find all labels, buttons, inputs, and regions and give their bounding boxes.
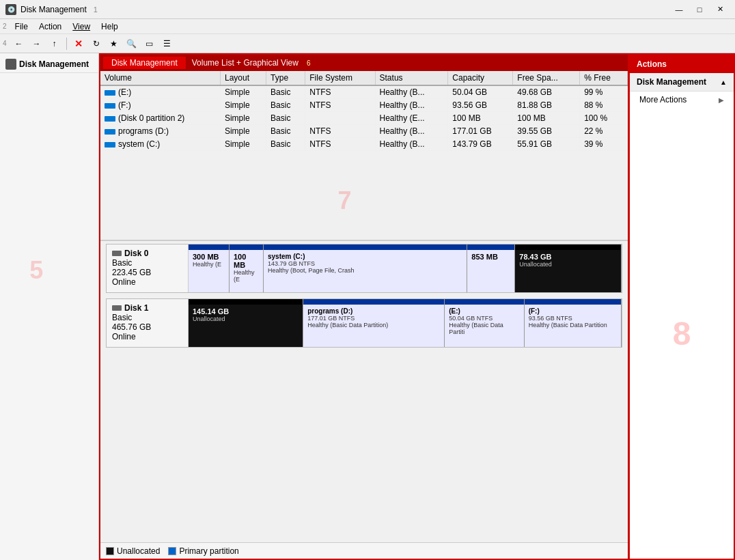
chevron-up-icon: ▲ <box>720 79 727 86</box>
legend-unallocated-label: Unallocated <box>117 546 160 556</box>
table-row[interactable]: (F:)SimpleBasicNTFSHealthy (B...93.56 GB… <box>100 99 628 112</box>
sidebar-title: Disk Management <box>19 59 89 69</box>
arrow-right-icon: ▶ <box>719 96 724 104</box>
area-number-8: 8 <box>673 315 691 352</box>
toolbar-view2[interactable]: ☰ <box>159 36 176 51</box>
actions-section-header[interactable]: Disk Management ▲ <box>630 73 734 92</box>
toolbar-search[interactable]: 🔍 <box>124 36 140 51</box>
close-button[interactable]: ✕ <box>710 3 730 16</box>
disk1-part3[interactable]: (E:) 50.04 GB NTFS Healthy (Basic Data P… <box>445 299 524 347</box>
menu-number: 2 <box>3 23 7 30</box>
sidebar-disk-icon <box>5 59 16 70</box>
menu-help[interactable]: Help <box>96 20 124 33</box>
table-row[interactable]: programs (D:)SimpleBasicNTFSHealthy (B..… <box>100 125 628 138</box>
volume-icon <box>105 129 115 135</box>
disk0-type: Basic <box>112 258 182 268</box>
legend-unallocated-box <box>106 547 114 555</box>
actions-header: Actions <box>630 55 734 73</box>
main-layout: 5 Disk Management Disk Management Volume… <box>0 53 735 560</box>
toolbar-number: 4 <box>3 40 7 47</box>
menu-action[interactable]: Action <box>33 20 67 33</box>
toolbar-forward[interactable]: → <box>29 36 45 51</box>
disk0-part2[interactable]: 100 MB Healthy (E <box>230 244 264 292</box>
toolbar-up[interactable]: ↑ <box>46 36 63 51</box>
disk1-partitions: 145.14 GB Unallocated programs (D:) 177.… <box>189 299 622 347</box>
disk1-name: Disk 1 <box>112 303 182 313</box>
disk0-status: Online <box>112 277 182 287</box>
disk0-part4[interactable]: 853 MB <box>467 244 515 292</box>
table-row[interactable]: (Disk 0 partition 2)SimpleBasicHealthy (… <box>100 112 628 125</box>
col-type: Type <box>266 71 305 85</box>
disk1-status: Online <box>112 332 182 341</box>
disk0-part5-unalloc[interactable]: 78.43 GB Unallocated <box>515 244 622 292</box>
toolbar: 4 ← → ↑ ✕ ↻ ★ 🔍 ▭ ☰ <box>0 34 735 53</box>
disk0-part1[interactable]: 300 MB Healthy (E <box>189 244 230 292</box>
disk1-size: 465.76 GB <box>112 322 182 332</box>
tab-number: 6 <box>307 59 311 67</box>
legend-primary-box <box>168 547 176 555</box>
volume-table: Volume Layout Type File System Status Ca… <box>100 71 628 151</box>
legend-primary: Primary partition <box>168 546 238 556</box>
volume-icon <box>105 116 115 122</box>
content-area: Disk Management Volume List + Graphical … <box>99 53 629 560</box>
disk0-name: Disk 0 <box>112 249 182 258</box>
minimize-button[interactable]: — <box>669 3 689 16</box>
volume-icon <box>105 90 115 96</box>
actions-section: Disk Management ▲ More Actions ▶ <box>630 73 734 108</box>
actions-section-label: Disk Management <box>637 77 706 87</box>
menu-file[interactable]: File <box>10 20 33 33</box>
disk1-row: Disk 1 Basic 465.76 GB Online 145.14 GB … <box>106 298 622 348</box>
col-status: Status <box>375 71 448 85</box>
volume-list: Volume Layout Type File System Status Ca… <box>100 71 628 241</box>
legend-primary-label: Primary partition <box>179 546 238 556</box>
table-row[interactable]: (E:)SimpleBasicNTFSHealthy (B...50.04 GB… <box>100 85 628 99</box>
disk0-part3[interactable]: system (C:) 143.79 GB NTFS Healthy (Boot… <box>264 244 467 292</box>
title-bar: 💿 Disk Management 1 — □ ✕ <box>0 0 735 19</box>
col-capacity: Capacity <box>448 71 513 85</box>
actions-empty-area: 8 <box>630 108 734 559</box>
disk1-info: Disk 1 Basic 465.76 GB Online <box>107 299 189 347</box>
table-row[interactable]: system (C:)SimpleBasicNTFSHealthy (B...1… <box>100 138 628 151</box>
area-number-7: 7 <box>337 186 351 215</box>
menu-bar: 2 File Action View Help <box>0 19 735 34</box>
actions-panel: Actions Disk Management ▲ More Actions ▶… <box>629 53 735 560</box>
volume-icon <box>105 103 115 109</box>
menu-view[interactable]: View <box>67 20 96 33</box>
toolbar-stop[interactable]: ✕ <box>70 36 87 51</box>
toolbar-back[interactable]: ← <box>11 36 27 51</box>
maximize-button[interactable]: □ <box>690 3 709 16</box>
disk1-part1-unalloc[interactable]: 145.14 GB Unallocated <box>189 299 303 347</box>
table-container: Volume Layout Type File System Status Ca… <box>100 71 628 151</box>
graphical-view: Disk 0 Basic 223.45 GB Online 300 MB Hea… <box>100 241 628 542</box>
sidebar: 5 Disk Management <box>0 53 99 560</box>
legend: Unallocated Primary partition <box>100 542 628 559</box>
legend-unallocated: Unallocated <box>106 546 160 556</box>
toolbar-view1[interactable]: ▭ <box>141 36 158 51</box>
disk0-icon <box>112 251 122 256</box>
toolbar-star[interactable]: ★ <box>106 36 122 51</box>
disk1-part2[interactable]: programs (D:) 177.01 GB NTFS Healthy (Ba… <box>303 299 445 347</box>
col-layout: Layout <box>220 71 266 85</box>
more-actions-item[interactable]: More Actions ▶ <box>630 92 734 108</box>
window-number: 1 <box>94 5 98 14</box>
tab-bar: Disk Management Volume List + Graphical … <box>100 55 628 71</box>
sidebar-number: 5 <box>29 256 43 285</box>
sidebar-header: Disk Management <box>0 56 98 73</box>
volume-list-empty-area: 7 <box>100 151 628 240</box>
window-title: Disk Management <box>20 5 87 14</box>
disk0-partitions: 300 MB Healthy (E 100 MB Healthy (E syst… <box>189 244 622 292</box>
col-volume: Volume <box>100 71 220 85</box>
actions-title: Actions <box>637 59 667 69</box>
disk1-icon <box>112 305 122 311</box>
window-controls: — □ ✕ <box>669 3 730 16</box>
disk0-info: Disk 0 Basic 223.45 GB Online <box>107 244 189 292</box>
disk1-type: Basic <box>112 313 182 322</box>
tab-volume-list[interactable]: Volume List + Graphical View <box>186 57 304 69</box>
toolbar-separator-1 <box>66 38 67 50</box>
col-filesystem: File System <box>305 71 375 85</box>
col-freespace: Free Spa... <box>513 71 580 85</box>
toolbar-refresh[interactable]: ↻ <box>88 36 105 51</box>
app-icon: 💿 <box>5 4 16 15</box>
disk1-part4[interactable]: (F:) 93.56 GB NTFS Healthy (Basic Data P… <box>525 299 622 347</box>
tab-disk-management[interactable]: Disk Management <box>103 57 186 69</box>
